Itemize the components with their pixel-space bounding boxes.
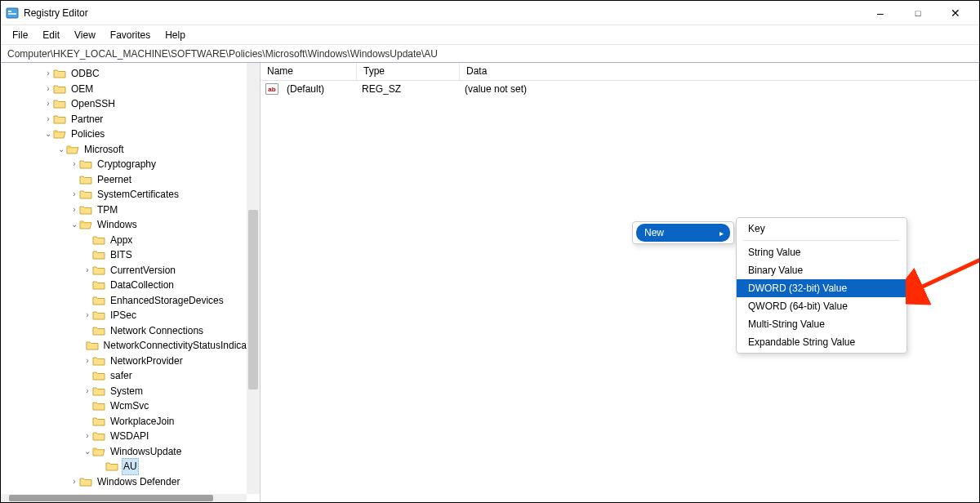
- context-submenu-item[interactable]: Binary Value: [737, 261, 906, 279]
- minimize-button[interactable]: –: [862, 1, 899, 25]
- tree-node[interactable]: ›System: [1, 384, 260, 399]
- tree-node[interactable]: ›WSDAPI: [1, 429, 260, 444]
- folder-icon: [92, 249, 105, 260]
- address-text: Computer\HKEY_LOCAL_MACHINE\SOFTWARE\Pol…: [7, 48, 438, 60]
- value-data: (value not set): [458, 83, 533, 95]
- chevron-right-icon[interactable]: ›: [69, 203, 79, 218]
- tree-node[interactable]: ⌄Windows: [1, 217, 260, 233]
- menu-view[interactable]: View: [68, 28, 102, 42]
- tree-node-label: CurrentVersion: [109, 263, 177, 278]
- tree-node[interactable]: ›OpenSSH: [1, 96, 260, 112]
- chevron-right-icon[interactable]: ›: [43, 112, 53, 127]
- tree-node[interactable]: Peernet: [1, 172, 260, 188]
- folder-icon: [79, 476, 92, 487]
- folder-icon: [92, 295, 105, 306]
- menu-edit[interactable]: Edit: [36, 28, 66, 42]
- tree-node[interactable]: NetworkConnectivityStatusIndicator: [1, 338, 260, 354]
- menu-favorites[interactable]: Favorites: [104, 28, 157, 42]
- tree-node[interactable]: Network Connections: [1, 323, 260, 339]
- tree-node[interactable]: AU: [1, 459, 260, 474]
- tree-node[interactable]: ⌄Microsoft: [1, 142, 260, 158]
- chevron-right-icon[interactable]: ›: [43, 66, 53, 82]
- tree-node-label: Peernet: [96, 172, 133, 188]
- string-value-icon: ab: [265, 83, 278, 95]
- chevron-down-icon[interactable]: ⌄: [43, 127, 53, 142]
- tree-node-label: TPM: [96, 203, 119, 218]
- col-header-type[interactable]: Type: [357, 63, 460, 80]
- tree-node[interactable]: ›ODBC: [1, 66, 260, 82]
- tree-node[interactable]: ›CurrentVersion: [1, 263, 260, 278]
- folder-icon: [92, 279, 105, 291]
- tree-node[interactable]: ›Windows Defender: [1, 474, 260, 490]
- chevron-right-icon[interactable]: ›: [43, 82, 53, 97]
- folder-icon: [92, 385, 105, 397]
- tree-node-label: WindowsUpdate: [109, 444, 183, 460]
- tree-node[interactable]: ›Partner: [1, 112, 260, 127]
- tree-node[interactable]: ⌄WindowsUpdate: [1, 444, 260, 460]
- tree-node[interactable]: ›NetworkProvider: [1, 354, 260, 369]
- tree-node[interactable]: ›TPM: [1, 203, 260, 218]
- context-submenu-item[interactable]: String Value: [737, 243, 906, 261]
- folder-icon: [92, 400, 105, 412]
- tree-node-label: WorkplaceJoin: [109, 414, 176, 430]
- col-header-data[interactable]: Data: [460, 63, 979, 80]
- tree-node[interactable]: BITS: [1, 247, 260, 263]
- tree-node-label: Partner: [69, 112, 105, 127]
- svg-rect-2: [8, 13, 16, 15]
- tree-node[interactable]: ›SystemCertificates: [1, 187, 260, 203]
- context-submenu-item[interactable]: Key: [737, 220, 906, 238]
- tree-pane: ›ODBC›OEM›OpenSSH›Partner⌄Policies⌄Micro…: [1, 63, 261, 502]
- chevron-right-icon[interactable]: ›: [82, 354, 92, 369]
- chevron-right-icon[interactable]: ›: [69, 187, 79, 203]
- tree-node-label: AU: [122, 458, 139, 475]
- close-button[interactable]: ✕: [937, 1, 974, 25]
- context-submenu-item[interactable]: Multi-String Value: [737, 315, 906, 333]
- tree-node-label: Windows Defender: [96, 474, 181, 490]
- list-row[interactable]: ab (Default) REG_SZ (value not set): [261, 81, 979, 97]
- menu-file[interactable]: File: [6, 28, 34, 42]
- tree-node[interactable]: ›Cryptography: [1, 157, 260, 172]
- chevron-down-icon[interactable]: ⌄: [69, 217, 79, 233]
- tree-node[interactable]: safer: [1, 368, 260, 384]
- value-type: REG_SZ: [355, 83, 458, 95]
- tree-scrollbar-horizontal[interactable]: [1, 494, 247, 502]
- tree-scrollbar-vertical[interactable]: [247, 63, 260, 494]
- context-submenu-item[interactable]: DWORD (32-bit) Value: [737, 279, 906, 297]
- context-menu-new[interactable]: New ▸: [636, 224, 730, 242]
- chevron-right-icon[interactable]: ›: [69, 157, 79, 172]
- tree-node[interactable]: EnhancedStorageDevices: [1, 293, 260, 309]
- chevron-right-icon[interactable]: ›: [82, 308, 92, 323]
- chevron-right-icon[interactable]: ›: [43, 96, 53, 112]
- context-submenu-item[interactable]: Expandable String Value: [737, 333, 906, 351]
- tree-node[interactable]: ⌄Policies: [1, 127, 260, 142]
- tree-node[interactable]: WcmSvc: [1, 398, 260, 414]
- col-header-name[interactable]: Name: [261, 63, 357, 80]
- chevron-right-icon[interactable]: ›: [69, 474, 79, 490]
- tree-node[interactable]: ›OEM: [1, 82, 260, 97]
- tree-node-label: Windows: [96, 217, 139, 233]
- chevron-right-icon[interactable]: ›: [82, 429, 92, 444]
- submenu-arrow-icon: ▸: [719, 229, 724, 238]
- chevron-down-icon[interactable]: ⌄: [82, 444, 92, 460]
- context-submenu-item[interactable]: QWORD (64-bit) Value: [737, 297, 906, 315]
- app-icon: [6, 7, 19, 20]
- tree-node-label: Cryptography: [96, 157, 158, 172]
- chevron-down-icon[interactable]: ⌄: [56, 142, 66, 158]
- chevron-right-icon[interactable]: ›: [82, 263, 92, 278]
- menu-help[interactable]: Help: [158, 28, 192, 42]
- folder-icon: [79, 189, 92, 200]
- tree-node[interactable]: DataCollection: [1, 278, 260, 293]
- tree-node[interactable]: WorkplaceJoin: [1, 414, 260, 430]
- maximize-button[interactable]: □: [899, 1, 937, 25]
- chevron-right-icon[interactable]: ›: [82, 384, 92, 399]
- address-bar[interactable]: Computer\HKEY_LOCAL_MACHINE\SOFTWARE\Pol…: [1, 45, 979, 63]
- menubar: File Edit View Favorites Help: [1, 25, 979, 45]
- titlebar: Registry Editor – □ ✕: [1, 1, 979, 25]
- folder-icon: [53, 83, 66, 95]
- folder-icon: [92, 355, 105, 367]
- tree-node-label: EnhancedStorageDevices: [109, 293, 225, 309]
- folder-icon: [92, 370, 105, 381]
- value-name: (Default): [280, 83, 355, 95]
- tree-node[interactable]: Appx: [1, 233, 260, 248]
- tree-node[interactable]: ›IPSec: [1, 308, 260, 323]
